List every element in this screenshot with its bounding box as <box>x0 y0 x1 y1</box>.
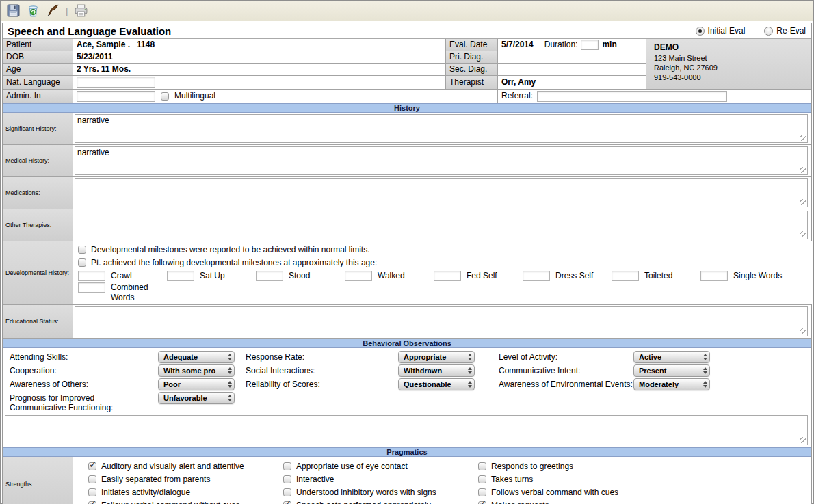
behavioral-select-cell: Poor <box>158 377 239 390</box>
edit-pen-icon[interactable] <box>45 3 60 18</box>
milestone-age-input[interactable] <box>612 271 639 281</box>
initial-eval-radio[interactable] <box>696 27 705 36</box>
select-arrows-icon <box>466 354 472 360</box>
other-therapies-textarea[interactable] <box>75 211 808 239</box>
multilingual-label: Multilingual <box>174 90 215 103</box>
medications-textarea[interactable] <box>75 178 808 207</box>
pragmatics-section-header: Pragmatics <box>3 447 811 457</box>
select-arrows-icon <box>701 381 707 388</box>
educational-status-content <box>73 305 811 338</box>
pragmatics-item: Takes turns <box>478 473 811 486</box>
pragmatics-column-3: Responds to greetingsTakes turnsFollows … <box>478 460 811 504</box>
referral-label: Referral: <box>501 90 533 103</box>
milestone-age-input[interactable] <box>78 282 105 293</box>
pragmatics-checkbox[interactable] <box>478 501 486 504</box>
behavioral-select[interactable]: With some pro <box>158 364 235 377</box>
therapist-value: Orr, Amy <box>498 76 646 90</box>
dev-milestone-age-checkbox[interactable] <box>78 258 86 267</box>
medical-history-textarea[interactable]: narrative <box>75 146 808 175</box>
patient-label: Patient <box>3 39 73 51</box>
pragmatics-checkbox[interactable] <box>88 475 96 483</box>
pragmatics-checkbox[interactable] <box>283 462 291 470</box>
significant-history-row: Significant History: narrative <box>3 113 811 145</box>
duration-input[interactable] <box>581 40 599 50</box>
behavioral-select[interactable]: Moderately <box>633 378 710 390</box>
clinic-name: DEMO <box>654 42 811 52</box>
sec-diag-value[interactable] <box>498 64 646 76</box>
pri-diag-value[interactable] <box>498 51 646 64</box>
behavioral-field-label: Cooperation: <box>3 364 158 375</box>
medications-row: Medications: <box>3 177 811 209</box>
behavioral-field-label: Reliability of Scores: <box>239 377 398 389</box>
behavioral-select-cell: Active <box>633 350 811 363</box>
pragmatics-checkbox[interactable] <box>478 475 486 483</box>
pragmatics-checkbox[interactable] <box>478 462 486 470</box>
pragmatics-checkbox[interactable] <box>88 488 96 496</box>
behavioral-notes-textarea[interactable] <box>5 415 808 445</box>
delete-icon[interactable] <box>25 3 40 18</box>
behavioral-select[interactable]: Unfavorable <box>158 392 235 404</box>
select-arrows-icon <box>701 367 707 374</box>
pragmatics-checkbox[interactable] <box>283 501 291 504</box>
milestone-age-input[interactable] <box>256 271 283 281</box>
milestone-age-input[interactable] <box>78 271 105 281</box>
nat-language-cell <box>73 76 446 90</box>
significant-history-content: narrative <box>73 113 811 144</box>
behavioral-select[interactable]: Adequate <box>158 351 235 363</box>
print-icon[interactable] <box>73 3 88 18</box>
referral-input[interactable] <box>537 91 727 102</box>
medical-history-label: Medical History: <box>3 145 73 176</box>
behavioral-select[interactable]: Present <box>633 364 710 377</box>
pragmatics-label: Interactive <box>296 475 334 484</box>
other-therapies-content <box>73 209 811 241</box>
patient-info-grid: Patient Ace, Sample . 1148 Eval. Date 5/… <box>3 39 811 103</box>
re-eval-radio[interactable] <box>764 27 773 36</box>
medical-history-row: Medical History: narrative <box>3 145 811 177</box>
pragmatics-label: Easily separated from parents <box>101 475 210 484</box>
dev-milestone-age-label: Pt. achieved the following developmental… <box>91 258 377 267</box>
age-value: 2 Yrs. 11 Mos. <box>73 64 446 76</box>
behavioral-select[interactable]: Poor <box>158 378 235 390</box>
nat-language-input[interactable] <box>77 77 155 88</box>
behavioral-field-label: Awareness of Others: <box>3 377 158 389</box>
clinic-info-block: DEMO 123 Main Street Raleigh, NC 27609 9… <box>646 39 811 90</box>
milestone-age-input[interactable] <box>523 271 550 281</box>
milestone-age-input[interactable] <box>345 271 372 281</box>
pri-diag-label: Pri. Diag. <box>446 51 498 64</box>
pragmatics-checkbox[interactable] <box>283 475 291 483</box>
pragmatics-checkbox[interactable] <box>88 462 96 470</box>
multilingual-checkbox[interactable] <box>161 92 169 101</box>
page-title: Speech and Language Evaluation <box>8 25 171 37</box>
milestone-label: Dress Self <box>555 271 593 281</box>
pragmatics-item: Responds to greetings <box>478 460 811 473</box>
toolbar: | <box>1 1 813 21</box>
behavioral-select-cell: Appropriate <box>398 350 492 363</box>
select-arrows-icon <box>466 367 472 374</box>
pragmatics-label: Follows verbal command with cues <box>491 488 618 497</box>
speech-evaluation-window: | Speech and Language Evaluation Initial… <box>0 0 814 504</box>
milestone-label: Crawl <box>111 271 132 281</box>
behavioral-field-label: Awareness of Environmental Events: <box>492 377 633 389</box>
pragmatics-item: Follows verbal command with cues <box>478 486 811 499</box>
initial-eval-label: Initial Eval <box>708 26 746 36</box>
dob-value: 5/23/2011 <box>73 51 446 64</box>
dev-normal-limits-checkbox[interactable] <box>78 246 86 254</box>
pragmatics-label: Takes turns <box>491 475 533 484</box>
behavioral-select[interactable]: Withdrawn <box>398 364 475 377</box>
milestone-age-input[interactable] <box>167 271 194 281</box>
pragmatics-checkbox[interactable] <box>88 501 96 504</box>
milestone-age-input[interactable] <box>434 271 461 281</box>
pragmatics-column-2: Appropriate use of eye contactInteractiv… <box>283 460 478 504</box>
behavioral-select[interactable]: Appropriate <box>398 351 475 363</box>
behavioral-select-cell: Unfavorable <box>158 391 239 404</box>
pragmatics-checkbox[interactable] <box>283 488 291 496</box>
pragmatics-checkbox[interactable] <box>478 488 486 496</box>
save-icon[interactable] <box>5 3 21 18</box>
behavioral-select[interactable]: Questionable <box>398 378 475 390</box>
educational-status-textarea[interactable] <box>75 306 808 336</box>
milestone-age-input[interactable] <box>700 271 728 281</box>
significant-history-textarea[interactable]: narrative <box>75 114 808 143</box>
pragmatics-item: Speech acts performed appropriately <box>283 499 478 504</box>
admin-in-input[interactable] <box>77 91 155 102</box>
behavioral-select[interactable]: Active <box>633 351 710 363</box>
